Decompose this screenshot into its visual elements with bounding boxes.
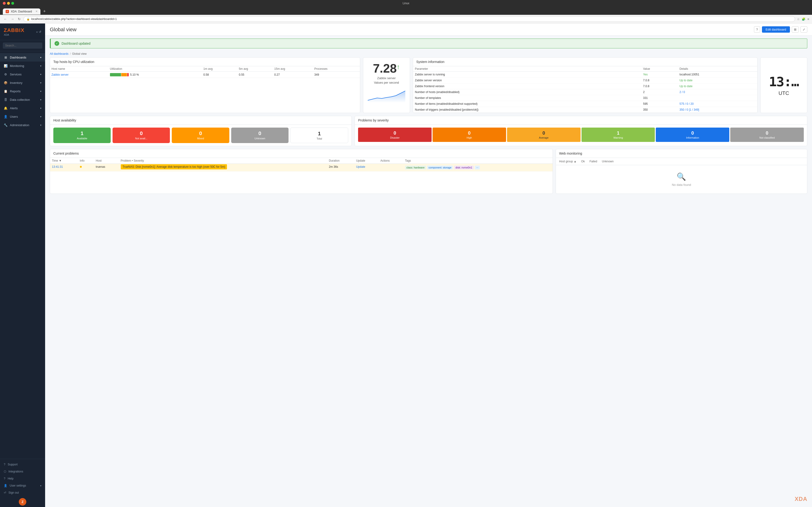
avail-label: Available xyxy=(55,137,109,140)
tag[interactable]: component: storage xyxy=(427,166,453,169)
window-controls[interactable] xyxy=(3,2,14,5)
help-button[interactable]: ? xyxy=(754,26,760,33)
details-cell: localhost:10051 xyxy=(678,72,757,77)
prob-bar-not-classified: 0 Not classified xyxy=(730,127,804,142)
main-content: Global view ? Edit dashboard ⊞ ⤢ ✓ Dashb… xyxy=(45,23,812,507)
avail-bar-available: 1 Available xyxy=(53,127,111,143)
problem-time-link[interactable]: 13:41:31 xyxy=(52,165,63,168)
url-bar[interactable]: 🔒 localhost/zabbix/zabbix.php?action=das… xyxy=(23,16,795,22)
sidebar-collapse-icon[interactable]: « xyxy=(36,30,38,34)
app-layout: ZABBIX XDA « ↺ ⊞ Dashboards ▾ 📊 Monitori… xyxy=(0,23,812,507)
sidebar-item-data-collection[interactable]: 🗄 Data collection ▾ xyxy=(0,95,45,104)
sign-out-icon: ⏎ xyxy=(4,491,6,494)
table-row: Number of templates 331 xyxy=(413,95,757,101)
page-header-actions: ? Edit dashboard ⊞ ⤢ xyxy=(754,26,807,33)
sidebar-item-dashboards[interactable]: ⊞ Dashboards ▾ xyxy=(0,53,45,62)
prob-bar-information: 0 Information xyxy=(656,127,729,142)
details-cell: Up to date xyxy=(678,77,757,83)
edit-dashboard-button[interactable]: Edit dashboard xyxy=(762,26,790,33)
sidebar-item-label: Dashboards xyxy=(10,56,26,59)
vps-label1: Zabbix server xyxy=(377,76,396,80)
clock-timezone: UTC xyxy=(778,90,789,96)
fullscreen-button[interactable]: ⤢ xyxy=(801,26,807,33)
search-input[interactable] xyxy=(3,43,42,49)
breadcrumb-all-dashboards[interactable]: All dashboards xyxy=(50,52,68,55)
prob-label: High xyxy=(434,136,505,139)
avail-count: 0 xyxy=(174,130,227,136)
tags-cell: class: hardware component: storage disk:… xyxy=(403,164,553,171)
url-lock-icon: 🔒 xyxy=(26,18,30,21)
value-cell: 595 xyxy=(641,101,678,107)
avail-label: Not avail... xyxy=(114,137,168,140)
sidebar-item-label: Services xyxy=(10,73,21,76)
avail-label: Mixed xyxy=(174,137,227,140)
tag-more[interactable]: ··· xyxy=(475,166,480,169)
sidebar-item-inventory[interactable]: 📦 Inventory ▾ xyxy=(0,78,45,87)
bookmark-icon[interactable]: ☆ xyxy=(797,17,800,21)
footer-item-label: Help xyxy=(8,477,14,480)
maximize-window-button[interactable] xyxy=(11,2,14,5)
col-hostname: Host name xyxy=(50,66,109,72)
col-failed: Failed xyxy=(589,160,597,163)
util-red-segment xyxy=(127,73,129,76)
info-cell xyxy=(78,164,94,171)
user-settings-icon: 👤 xyxy=(4,484,7,487)
chevron-icon: ▾ xyxy=(40,90,41,93)
row-1: Top hosts by CPU utilization Host name U… xyxy=(50,57,807,113)
sidebar-item-alerts[interactable]: 🔔 Alerts ▾ xyxy=(0,104,45,112)
menu-icon[interactable]: ≡ xyxy=(807,17,809,21)
support-icon: ? xyxy=(4,463,5,466)
vps-label2: Values per second xyxy=(374,81,399,84)
reload-button[interactable]: ↻ xyxy=(17,17,21,21)
tab-close-button[interactable]: ✕ xyxy=(36,10,38,13)
col-duration: Duration xyxy=(327,158,354,164)
table-row: 13:41:31 truenas TrueNAS: Disk [nvme0n1]… xyxy=(50,164,553,171)
duration-cell: 2m 36s xyxy=(327,164,354,171)
sidebar-item-administration[interactable]: 🔧 Administration ▾ xyxy=(0,121,45,129)
web-monitoring-header: Web monitoring xyxy=(556,149,807,158)
sidebar-footer: ? Support ⬡ Integrations ? Help 👤 User s… xyxy=(0,459,45,507)
forward-button[interactable]: → xyxy=(10,17,15,21)
sidebar-item-sign-out[interactable]: ⏎ Sign out xyxy=(0,489,45,496)
sidebar-item-users[interactable]: 👤 Users ▾ xyxy=(0,112,45,121)
minimize-window-button[interactable] xyxy=(7,2,10,5)
sysinfo-widget-header: System information xyxy=(413,58,757,66)
extensions-icon[interactable]: 🧩 xyxy=(802,17,805,21)
current-problems-widget: Current problems Time ▼ Info Host Proble… xyxy=(50,149,553,194)
update-link[interactable]: Update xyxy=(356,165,365,168)
chevron-icon: ▾ xyxy=(40,99,41,101)
problem-text: TrueNAS: Disk [nvme0n1]: Average disk te… xyxy=(121,164,227,169)
host-link[interactable]: Zabbix server xyxy=(51,73,69,76)
tag[interactable]: disk: nvme0n1 xyxy=(454,166,474,169)
sidebar-item-help[interactable]: ? Help xyxy=(0,475,45,482)
prob-count: 0 xyxy=(732,130,802,136)
prob-count: 1 xyxy=(583,130,654,136)
prob-bar-warning: 1 Warning xyxy=(582,127,655,142)
help-icon: ? xyxy=(4,477,5,480)
prob-bar-disaster: 0 Disaster xyxy=(358,127,431,142)
new-tab-button[interactable]: + xyxy=(41,8,48,15)
value-cell: 7.0.8 xyxy=(641,77,678,83)
sidebar-item-support[interactable]: ? Support xyxy=(0,461,45,468)
success-icon: ✓ xyxy=(55,41,59,46)
back-button[interactable]: ← xyxy=(3,17,8,21)
grid-view-button[interactable]: ⊞ xyxy=(792,26,799,33)
sidebar-item-user-settings[interactable]: 👤 User settings ▾ xyxy=(0,482,45,489)
sidebar-refresh-icon[interactable]: ↺ xyxy=(39,30,41,34)
avg15-cell: 0.27 xyxy=(273,72,313,78)
tag[interactable]: class: hardware xyxy=(405,166,426,169)
browser-tab[interactable]: Z XDA: Dashboard ✕ xyxy=(3,8,41,14)
host-avail-header: Host availability xyxy=(50,116,351,125)
sidebar-item-services[interactable]: ⚙ Services ▾ xyxy=(0,70,45,78)
footer-item-label: User settings xyxy=(10,484,26,487)
sidebar-item-reports[interactable]: 📋 Reports ▾ xyxy=(0,87,45,95)
col-problem-severity: Problem • Severity xyxy=(119,158,327,164)
close-window-button[interactable] xyxy=(3,2,6,5)
vps-widget-body: 7.28 ↑ Zabbix server Values per second xyxy=(363,58,410,106)
avg5-cell: 0.55 xyxy=(237,72,273,78)
logo-actions[interactable]: « ↺ xyxy=(36,30,41,34)
value-cell: Yes xyxy=(641,72,678,77)
reports-icon: 📋 xyxy=(4,89,7,93)
sidebar-item-monitoring[interactable]: 📊 Monitoring ▾ xyxy=(0,62,45,70)
sidebar-item-integrations[interactable]: ⬡ Integrations xyxy=(0,468,45,475)
